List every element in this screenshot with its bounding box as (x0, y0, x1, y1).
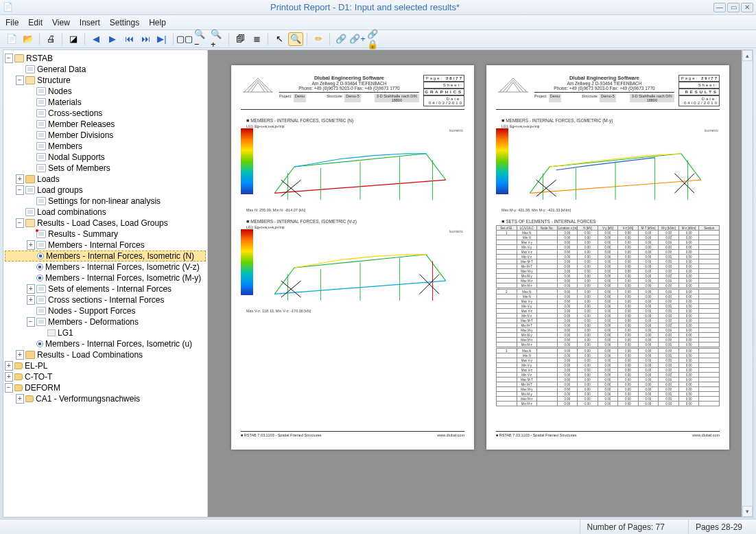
nav-skip-back-icon[interactable]: ⏮ (121, 32, 137, 46)
tree-item[interactable]: −DEFORM (5, 382, 206, 393)
doc-icon (36, 296, 46, 304)
link-lock-icon[interactable]: 🔗🔒 (366, 32, 381, 46)
document-stack-icon[interactable]: 🗐 (233, 32, 248, 46)
tree-item[interactable]: +Results - Load Combinations (5, 349, 206, 360)
doc-icon (36, 109, 46, 117)
tree-toggle-icon[interactable]: − (16, 185, 24, 195)
tree-item[interactable]: Member Divisions (5, 130, 206, 141)
tree-item[interactable]: Members - Internal Forces, Isometric (V-… (5, 262, 206, 272)
page-type-graphics: GRAPHICS (423, 89, 464, 95)
zoom-in-icon[interactable]: 🔍+ (210, 32, 225, 46)
tree-item[interactable]: +Members - Internal Forces (5, 240, 206, 251)
tree-toggle-icon[interactable]: − (16, 76, 24, 85)
doc-icon (36, 131, 46, 139)
tree-item[interactable]: Materials (5, 97, 206, 108)
tree-toggle-icon[interactable]: − (27, 317, 35, 327)
tree-item[interactable]: −Load groups (5, 185, 206, 196)
tree-label: Member Releases (48, 119, 115, 129)
color-legend-icon (241, 229, 253, 295)
edit-icon[interactable]: ✏ (311, 32, 326, 46)
scrollbar-vertical[interactable]: ▴ ▾ (742, 50, 753, 517)
tree-item[interactable]: Cross-sections (5, 108, 206, 119)
tree-toggle-icon[interactable]: − (16, 218, 24, 228)
new-document-icon[interactable]: 📄 (4, 32, 19, 46)
navigation-tree[interactable]: −RSTABGeneral Data−StructureNodesMateria… (3, 50, 208, 517)
tree-item[interactable]: Load combinations (5, 207, 206, 218)
tree-item[interactable]: Nodes (5, 86, 206, 97)
nav-first-icon[interactable]: ◀ (88, 32, 104, 46)
scroll-up-icon[interactable]: ▴ (742, 50, 753, 61)
page-spread-icon[interactable]: ▢▢ (177, 32, 192, 46)
tree-toggle-icon[interactable]: + (5, 372, 13, 382)
doc-icon (36, 87, 46, 95)
menu-view[interactable]: View (52, 18, 70, 27)
tree-item[interactable]: Members - Internal Forces, Isometric (u) (5, 338, 206, 349)
tree-toggle-icon[interactable]: − (5, 54, 13, 63)
menu-insert[interactable]: Insert (80, 18, 100, 27)
tree-item[interactable]: +Cross sections - Internal Forces (5, 294, 206, 305)
tree-item[interactable]: Member Releases (5, 119, 206, 130)
figure-forces-n: Isometric (256, 128, 464, 204)
link-add-icon[interactable]: 🔗+ (350, 32, 365, 46)
tree-item[interactable]: −Members - Deformations (5, 316, 206, 327)
tree-item[interactable]: Members - Internal Forces, Isometric (M-… (5, 272, 206, 283)
scroll-down-icon[interactable]: ▾ (742, 506, 753, 517)
tree-item[interactable]: −Results - Load Cases, Load Groups (5, 218, 206, 229)
tree-item[interactable]: General Data (5, 64, 206, 75)
menu-settings[interactable]: Settings (110, 18, 139, 27)
tree-item[interactable]: +Sets of elements - Internal Forces (5, 283, 206, 294)
find-icon[interactable]: 🔍 (288, 32, 303, 46)
page-preview-area[interactable]: Dlubal Engineering Software Am Zellweg 2… (208, 50, 753, 517)
tree-item[interactable]: Results - Summary (5, 229, 206, 240)
tree-item[interactable]: LG1 (5, 327, 206, 338)
preview-page-right: Dlubal Engineering Software Am Zellweg 2… (486, 65, 729, 450)
tree-toggle-icon[interactable]: + (16, 174, 24, 184)
nav-end-icon[interactable]: ▶| (154, 32, 169, 46)
nav-prev-icon[interactable]: ▶ (105, 32, 120, 46)
menu-help[interactable]: Help (149, 18, 166, 27)
tree-item[interactable]: Sets of Members (5, 163, 206, 174)
tree-item[interactable]: +Loads (5, 174, 206, 185)
tree-item[interactable]: Members (5, 141, 206, 152)
menu-file[interactable]: File (5, 18, 19, 27)
tree-label: Members - Internal Forces (48, 240, 145, 250)
tree-item[interactable]: +C-TO-T (5, 371, 206, 382)
page-lines-icon[interactable]: ≣ (249, 32, 264, 46)
tree-item[interactable]: −RSTAB (5, 53, 206, 64)
eye-icon (36, 275, 43, 281)
link-icon[interactable]: 🔗 (333, 32, 349, 46)
print-icon[interactable]: 🖨 (43, 32, 58, 46)
tree-toggle-icon[interactable]: + (27, 284, 35, 294)
tag-icon (14, 362, 23, 369)
tree-item[interactable]: +CA1 - Verformungsnachweis (5, 393, 206, 404)
layout-icon[interactable]: ◪ (66, 32, 81, 46)
statusbar: Number of Pages: 77 Pages 28-29 (0, 519, 756, 534)
open-icon[interactable]: 📂 (21, 32, 36, 46)
tree-item[interactable]: Members - Internal Forces, Isometric (N) (5, 251, 206, 262)
tree-item[interactable]: Nodes - Support Forces (5, 305, 206, 316)
tag-icon (25, 395, 34, 402)
tree-label: Settings for non-linear analysis (48, 196, 161, 206)
tree-toggle-icon[interactable]: − (5, 383, 13, 393)
close-button[interactable]: ✕ (741, 3, 753, 12)
tree-toggle-icon[interactable]: + (16, 394, 24, 404)
nav-skip-fwd-icon[interactable]: ⏭ (138, 32, 153, 46)
doc-icon (25, 65, 35, 73)
tree-item[interactable]: −Structure (5, 75, 206, 86)
color-legend-icon (241, 128, 253, 194)
company-name: Dlubal Engineering Software (314, 75, 384, 81)
tree-item[interactable]: Settings for non-linear analysis (5, 196, 206, 207)
tree-item[interactable]: +EL-PL (5, 360, 206, 371)
folder-icon (25, 351, 35, 359)
cursor-icon[interactable]: ↖ (272, 32, 287, 46)
maximize-button[interactable]: ▭ (727, 3, 740, 12)
tree-toggle-icon[interactable]: + (27, 240, 35, 250)
tree-toggle-icon[interactable]: + (27, 295, 35, 305)
tree-label: Nodes (48, 86, 72, 96)
menu-edit[interactable]: Edit (28, 18, 43, 27)
tree-item[interactable]: Nodal Supports (5, 152, 206, 163)
tree-toggle-icon[interactable]: + (16, 350, 24, 360)
tree-toggle-icon[interactable]: + (5, 361, 13, 371)
zoom-out-icon[interactable]: 🔍− (193, 32, 209, 46)
minimize-button[interactable]: — (713, 3, 726, 12)
